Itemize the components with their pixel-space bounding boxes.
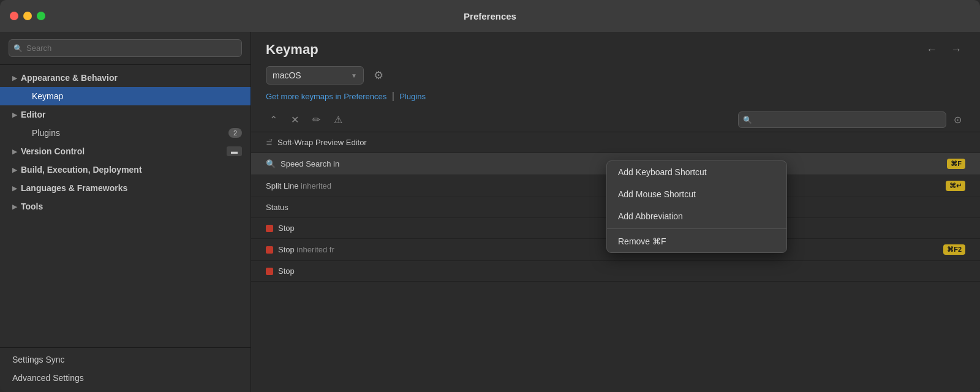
sidebar-items-list: ▶ Appearance & Behavior Keymap ▶ Editor … [0, 65, 251, 347]
back-arrow[interactable]: ← [922, 42, 941, 58]
sidebar-item-settings-sync[interactable]: Settings Sync [0, 350, 251, 369]
keymap-dropdown-value: macOS [273, 70, 301, 80]
chevron-right-icon: ▶ [12, 75, 17, 81]
forward-arrow[interactable]: → [947, 42, 965, 58]
keymap-dropdown[interactable]: macOS ▼ [266, 66, 364, 85]
keymap-preferences-link[interactable]: Get more keymaps in Preferences [266, 92, 386, 101]
context-menu-add-abbreviation[interactable]: Add Abbreviation [607, 205, 786, 227]
sidebar-item-label: Plugins [32, 128, 60, 138]
close-button[interactable] [10, 12, 18, 20]
content-header: Keymap ← → [251, 32, 980, 58]
stop-square-icon [266, 246, 273, 254]
preferences-window: Preferences 🔍 ▶ Appearance & Behavior Ke… [0, 0, 980, 392]
sidebar-item-label: Advanced Settings [12, 373, 84, 383]
sidebar-item-label: Keymap [32, 91, 63, 101]
keymap-gear-button[interactable]: ⚙ [370, 65, 387, 86]
toolbar-row: ⌃ ✕ ✏ ⚠ 🔍 ⊙ [251, 108, 980, 132]
stop2-label: Stop [278, 266, 965, 276]
sidebar-item-advanced-settings[interactable]: Advanced Settings [0, 369, 251, 387]
sidebar-item-editor[interactable]: ▶ Editor [0, 105, 251, 124]
main-layout: 🔍 ▶ Appearance & Behavior Keymap ▶ Edito… [0, 32, 980, 392]
toolbar-search-icon: 🔍 [743, 116, 752, 124]
context-menu-remove[interactable]: Remove ⌘F [607, 230, 786, 252]
keymap-search-input[interactable] [738, 111, 946, 128]
expand-btn[interactable]: ⌃ [266, 111, 281, 128]
sidebar-item-tools[interactable]: ▶ Tools [0, 197, 251, 216]
chevron-right-icon: ▶ [12, 203, 17, 210]
sidebar-item-appearance[interactable]: ▶ Appearance & Behavior [0, 69, 251, 87]
sidebar-item-plugins[interactable]: Plugins 2 [0, 124, 251, 142]
keymap-plugins-link[interactable]: Plugins [399, 92, 426, 101]
stop-square-icon [266, 225, 273, 232]
chevron-right-icon: ▶ [12, 185, 17, 192]
sidebar-item-build[interactable]: ▶ Build, Execution, Deployment [0, 160, 251, 179]
speed-search-shortcut: ⌘F [947, 159, 965, 169]
titlebar: Preferences [0, 0, 980, 32]
sidebar-item-label: Tools [21, 202, 43, 211]
sidebar-item-label: Appearance & Behavior [21, 73, 118, 83]
collapse-btn[interactable]: ✕ [287, 111, 303, 128]
chevron-right-icon: ▶ [12, 167, 17, 173]
version-control-badge: ▬ [227, 146, 242, 156]
maximize-button[interactable] [37, 12, 45, 20]
sidebar-search-container: 🔍 [0, 32, 251, 65]
main-content: Keymap ← → macOS ▼ ⚙ Get more keymaps in… [251, 32, 980, 392]
sidebar-search-input[interactable] [9, 39, 242, 57]
stop-inherited-shortcut: ⌘F2 [943, 244, 965, 255]
context-menu-separator [607, 228, 786, 229]
keymap-row-stop2[interactable]: Stop [251, 261, 980, 282]
soft-wrap-label: Soft-Wrap Preview Editor [277, 138, 965, 147]
sidebar-item-keymap[interactable]: Keymap [0, 87, 251, 105]
sidebar-item-label: Build, Execution, Deployment [21, 165, 142, 175]
toolbar-search-wrapper: 🔍 [738, 111, 946, 128]
split-line-inherited: inherited [301, 181, 331, 190]
toolbar-right-icon[interactable]: ⊙ [950, 111, 965, 128]
soft-wrap-icon: ≡⃗ [266, 138, 273, 147]
chevron-right-icon: ▶ [12, 148, 17, 155]
sidebar-item-label: Editor [21, 110, 45, 119]
context-menu: Add Keyboard Shortcut Add Mouse Shortcut… [606, 160, 787, 253]
split-line-label: Split Line inherited [266, 181, 946, 190]
traffic-lights [10, 12, 45, 20]
sidebar: 🔍 ▶ Appearance & Behavior Keymap ▶ Edito… [0, 32, 251, 392]
minimize-button[interactable] [23, 12, 32, 20]
speed-search-icon: 🔍 [266, 159, 276, 168]
dropdown-arrow-icon: ▼ [351, 72, 357, 79]
sidebar-bottom: Settings Sync Advanced Settings [0, 347, 251, 392]
stop-square-icon [266, 268, 273, 275]
keymap-link-container: Get more keymaps in Preferences | Plugin… [251, 91, 980, 108]
sidebar-search-icon: 🔍 [13, 44, 23, 53]
toolbar-search-area: 🔍 ⊙ [738, 111, 965, 128]
sidebar-item-version-control[interactable]: ▶ Version Control ▬ [0, 142, 251, 160]
page-title: Keymap [266, 42, 318, 58]
edit-btn[interactable]: ✏ [309, 111, 324, 128]
window-title: Preferences [464, 11, 516, 21]
plugins-badge: 2 [228, 128, 242, 138]
split-line-shortcut: ⌘↵ [946, 181, 965, 191]
context-menu-add-mouse-shortcut[interactable]: Add Mouse Shortcut [607, 183, 786, 205]
sidebar-item-label: Languages & Frameworks [21, 183, 127, 193]
keymap-controls: macOS ▼ ⚙ [251, 58, 980, 91]
context-menu-add-keyboard-shortcut[interactable]: Add Keyboard Shortcut [607, 161, 786, 183]
sidebar-item-languages[interactable]: ▶ Languages & Frameworks [0, 179, 251, 197]
sidebar-item-label: Settings Sync [12, 355, 65, 364]
pipe-separator: | [392, 91, 394, 101]
nav-arrows: ← → [922, 42, 965, 58]
sidebar-item-label: Version Control [21, 146, 85, 156]
keymap-row-soft-wrap[interactable]: ≡⃗ Soft-Wrap Preview Editor [251, 132, 980, 153]
chevron-right-icon: ▶ [12, 111, 17, 118]
sidebar-search-wrapper: 🔍 [9, 39, 242, 57]
warning-btn[interactable]: ⚠ [330, 111, 346, 128]
